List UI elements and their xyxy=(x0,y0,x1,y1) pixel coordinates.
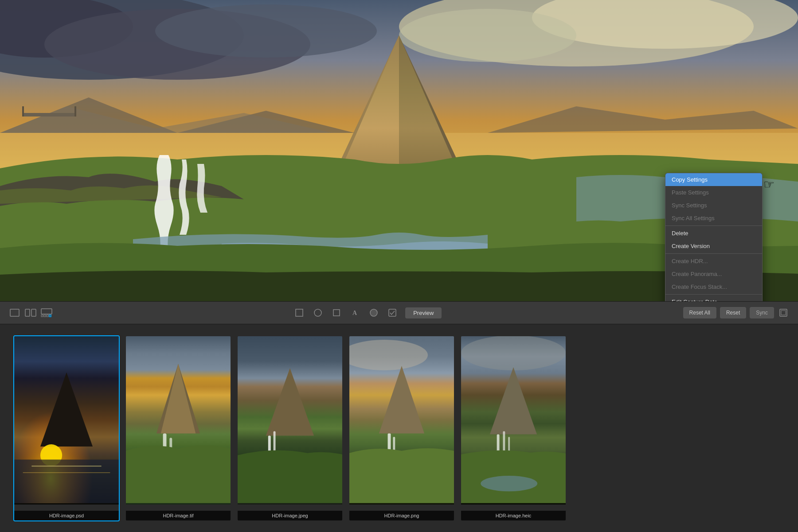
square-tool-button[interactable] xyxy=(331,307,342,318)
filmstrip-item-tif[interactable]: HDR-image.tif xyxy=(125,335,231,521)
svg-rect-22 xyxy=(41,309,52,314)
svg-rect-20 xyxy=(25,309,30,316)
menu-item-create-hdr[interactable]: Create HDR... xyxy=(665,255,762,268)
menu-item-edit-capture-date[interactable]: Edit Capture Date... xyxy=(665,295,762,301)
menu-item-create-version[interactable]: Create Version xyxy=(665,240,762,252)
svg-text:A: A xyxy=(352,310,357,316)
menu-item-sync-all-settings[interactable]: Sync All Settings xyxy=(665,212,762,225)
reset-all-button[interactable]: Reset All xyxy=(683,307,716,318)
svg-rect-33 xyxy=(780,309,787,316)
menu-item-delete[interactable]: Delete xyxy=(665,227,762,240)
menu-item-create-focus-stack[interactable]: Create Focus Stack... xyxy=(665,280,762,293)
svg-rect-29 xyxy=(333,310,340,316)
filmstrip-label-heic: HDR-image.heic xyxy=(461,511,566,520)
menu-item-sync-settings[interactable]: Sync Settings xyxy=(665,199,762,212)
fullscreen-button[interactable] xyxy=(778,307,789,318)
svg-marker-42 xyxy=(161,364,196,433)
svg-point-7 xyxy=(399,9,576,62)
svg-rect-32 xyxy=(389,309,396,316)
filmstrip-item-heic[interactable]: HDR-image.heic xyxy=(460,335,567,521)
thumbnail-heic xyxy=(461,336,566,505)
menu-separator-3 xyxy=(665,294,762,295)
svg-rect-27 xyxy=(296,309,303,316)
thumbnail-psd xyxy=(14,336,119,505)
svg-rect-16 xyxy=(22,113,75,116)
svg-point-31 xyxy=(370,309,377,316)
thumbnail-tif xyxy=(126,336,231,505)
reset-button[interactable]: Reset xyxy=(720,307,746,318)
menu-separator-1 xyxy=(665,225,762,226)
double-view-button[interactable] xyxy=(25,308,36,317)
single-view-button[interactable] xyxy=(9,308,20,317)
circle-tool-button[interactable] xyxy=(312,307,324,318)
svg-marker-50 xyxy=(379,366,424,433)
svg-point-49 xyxy=(349,340,428,370)
sync-button[interactable]: Sync xyxy=(750,307,774,318)
action-buttons: Reset All Reset Sync xyxy=(683,307,789,318)
svg-marker-45 xyxy=(266,368,314,435)
svg-rect-17 xyxy=(22,106,24,116)
context-menu: Copy Settings Paste Settings Sync Settin… xyxy=(665,173,763,301)
menu-item-create-panorama[interactable]: Create Panorama... xyxy=(665,268,762,280)
thumbnail-jpeg xyxy=(238,336,342,505)
svg-point-28 xyxy=(314,309,321,316)
check-tool-button[interactable] xyxy=(387,307,398,318)
svg-point-58 xyxy=(481,475,537,491)
menu-item-copy-settings[interactable]: Copy Settings xyxy=(665,173,762,186)
svg-rect-21 xyxy=(31,309,36,316)
filmstrip-item-psd[interactable]: HDR-image.psd xyxy=(13,335,120,521)
svg-rect-34 xyxy=(781,311,786,315)
svg-rect-25 xyxy=(47,315,48,317)
text-tool-button[interactable]: A xyxy=(349,307,361,318)
svg-rect-23 xyxy=(41,315,43,317)
filmstrip-item-jpeg[interactable]: HDR-image.jpeg xyxy=(237,335,343,521)
filmstrip-label-tif: HDR-image.tif xyxy=(126,511,231,520)
svg-rect-19 xyxy=(10,309,19,316)
toolbar: A Preview Reset All Reset Sync xyxy=(0,301,798,324)
filmstrip-item-png[interactable]: HDR-image.png xyxy=(348,335,455,521)
view-controls xyxy=(9,308,52,317)
preview-button[interactable]: Preview xyxy=(405,307,442,318)
svg-rect-26 xyxy=(49,315,51,317)
svg-rect-24 xyxy=(44,315,46,317)
menu-separator-2 xyxy=(665,253,762,254)
filmstrip-label-png: HDR-image.png xyxy=(349,511,454,520)
svg-point-53 xyxy=(461,336,566,370)
radial-tool-button[interactable] xyxy=(368,307,379,318)
main-photo-view: Copy Settings Paste Settings Sync Settin… xyxy=(0,0,798,301)
filmstrip: HDR-image.psd HDR-image.tif xyxy=(0,324,798,532)
filmstrip-view-button[interactable] xyxy=(41,308,52,317)
filmstrip-label-jpeg: HDR-image.jpeg xyxy=(238,511,342,520)
svg-rect-18 xyxy=(74,106,76,116)
rect-tool-button[interactable] xyxy=(293,307,305,318)
svg-point-4 xyxy=(155,4,377,58)
filmstrip-label-psd: HDR-image.psd xyxy=(14,511,119,520)
center-tools: A Preview xyxy=(52,307,683,318)
thumbnail-png xyxy=(349,336,454,505)
svg-marker-54 xyxy=(490,367,537,434)
menu-item-paste-settings[interactable]: Paste Settings xyxy=(665,186,762,199)
